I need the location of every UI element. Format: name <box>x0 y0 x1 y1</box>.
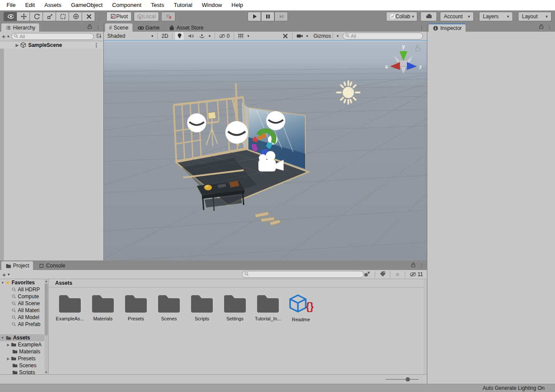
cloud-button[interactable] <box>420 12 437 21</box>
asset-breadcrumb[interactable]: Assets <box>49 279 427 287</box>
collapse-arrow-icon[interactable]: ▼ <box>1 281 4 285</box>
asset-item-tutorial-info[interactable]: Tutorial_In... <box>251 293 284 322</box>
light-gizmo-1[interactable] <box>187 113 206 132</box>
tree-item-scenes[interactable]: Scenes <box>0 362 48 369</box>
shading-mode-dropdown[interactable]: Shaded ▾ <box>106 32 155 40</box>
camera-settings-dropdown[interactable]: ▾ <box>295 32 310 40</box>
menu-file[interactable]: File <box>2 0 20 10</box>
assets-root-row[interactable]: ▼ Assets <box>0 334 48 341</box>
move-tool-button[interactable] <box>17 12 30 21</box>
favorites-header[interactable]: ▼ ★ Favorites <box>0 279 48 286</box>
asset-item-scenes[interactable]: Scenes <box>152 293 185 322</box>
rotate-tool-button[interactable] <box>30 12 43 21</box>
sort-icon[interactable] <box>96 33 102 40</box>
hidden-count-control[interactable]: 11 <box>410 271 423 277</box>
scene-search-input[interactable] <box>351 33 420 39</box>
tab-project[interactable]: Project <box>1 261 33 270</box>
favorite-item-all-materials[interactable]: All Materi <box>0 307 48 314</box>
scene-search[interactable] <box>343 33 423 40</box>
panel-menu-icon[interactable]: ⋮ <box>96 25 101 30</box>
panel-menu-icon[interactable]: ⋮ <box>547 25 552 30</box>
expand-arrow-icon[interactable]: ▶ <box>7 343 10 347</box>
thumbnail-zoom-slider[interactable] <box>386 379 419 380</box>
menu-edit[interactable]: Edit <box>20 0 40 10</box>
tree-item-presets[interactable]: ▶ Presets <box>0 355 48 362</box>
create-plus-button[interactable]: + <box>2 271 6 278</box>
menu-window[interactable]: Window <box>197 0 227 10</box>
scrollbar-thumb[interactable] <box>45 283 48 336</box>
transform-tool-button[interactable] <box>69 12 82 21</box>
favorite-item-all-hdrp[interactable]: All HDRP <box>0 286 48 293</box>
pause-button[interactable] <box>261 12 274 21</box>
lock-icon[interactable] <box>87 24 92 30</box>
tree-item-materials[interactable]: Materials <box>0 348 48 355</box>
menu-component[interactable]: Component <box>107 0 146 10</box>
step-button[interactable] <box>274 12 288 21</box>
favorite-item-all-models[interactable]: All Model <box>0 314 48 321</box>
rect-tool-button[interactable] <box>56 12 69 21</box>
favorites-star-icon[interactable]: ★ <box>395 271 400 278</box>
hidden-objects-control[interactable]: 0 <box>218 32 231 40</box>
lock-icon[interactable] <box>411 262 416 269</box>
scene-camera-tools-button[interactable] <box>281 32 290 40</box>
menu-help[interactable]: Help <box>227 0 248 10</box>
asset-item-scripts[interactable]: Scripts <box>185 293 218 322</box>
asset-item-exampleassets[interactable]: ExampleAs... <box>53 293 86 322</box>
local-toggle-button[interactable]: Local <box>134 12 159 21</box>
collab-dropdown[interactable]: Collab ▾ <box>386 12 417 21</box>
chevron-down-icon[interactable]: ▾ <box>7 34 10 39</box>
hierarchy-search[interactable] <box>11 33 94 40</box>
hierarchy-search-input[interactable] <box>20 34 91 39</box>
play-button[interactable] <box>248 12 261 21</box>
menu-gameobject[interactable]: GameObject <box>66 0 107 10</box>
pivot-toggle-button[interactable]: Pivot <box>106 12 132 21</box>
favorite-item-compute[interactable]: Compute <box>0 293 48 300</box>
asset-item-presets[interactable]: Presets <box>119 293 152 322</box>
tab-console[interactable]: Console <box>34 261 69 270</box>
create-plus-button[interactable]: + <box>2 33 6 40</box>
scene-audio-toggle[interactable] <box>186 32 195 40</box>
menu-assets[interactable]: Assets <box>40 0 66 10</box>
2d-toggle-button[interactable]: 2D <box>160 32 169 40</box>
project-search-input[interactable] <box>250 272 361 277</box>
grid-snap-button[interactable] <box>161 12 175 21</box>
search-by-label-icon[interactable] <box>380 271 386 278</box>
scene-viewport-canvas[interactable]: y x z Persp <box>104 42 427 260</box>
scroll-up-icon[interactable]: ▲ <box>44 280 48 283</box>
grid-scrollbar[interactable] <box>423 279 427 374</box>
tab-asset-store[interactable]: Asset Store <box>165 23 207 32</box>
scene-lighting-toggle[interactable] <box>175 32 184 40</box>
gizmos-dropdown[interactable]: Gizmos ▾ <box>312 32 340 40</box>
favorite-item-all-scene[interactable]: All Scene <box>0 300 48 307</box>
expand-arrow-icon[interactable]: ▶ <box>7 357 10 361</box>
panel-menu-icon[interactable]: ⋮ <box>419 25 424 30</box>
asset-item-materials[interactable]: Materials <box>86 293 119 322</box>
scene-menu-icon[interactable]: ⋮ <box>94 43 99 48</box>
tab-scene[interactable]: # Scene <box>105 23 132 32</box>
lock-icon[interactable] <box>539 24 544 30</box>
grid-visibility-dropdown[interactable]: ▾ <box>237 32 251 40</box>
scene-effects-dropdown[interactable]: ▾ <box>198 32 212 40</box>
asset-item-settings[interactable]: Settings <box>218 293 251 322</box>
tab-game[interactable]: Game <box>134 23 164 32</box>
layers-dropdown[interactable]: Layers ▾ <box>479 12 513 21</box>
asset-item-readme[interactable]: {} Readme <box>284 293 317 322</box>
light-gizmo-2[interactable] <box>225 121 248 144</box>
panel-menu-icon[interactable]: ⋮ <box>419 263 424 268</box>
tree-scrollbar[interactable]: ▲ ▼ <box>44 279 48 374</box>
scale-tool-button[interactable] <box>43 12 56 21</box>
custom-tool-button[interactable] <box>82 12 95 21</box>
view-tool-button[interactable] <box>3 12 17 21</box>
chevron-down-icon[interactable]: ▾ <box>8 272 10 277</box>
account-dropdown[interactable]: Account ▾ <box>440 12 474 21</box>
tree-item-scripts[interactable]: Scripts <box>0 369 48 374</box>
tree-item-exampleassets[interactable]: ▶ ExampleA <box>0 341 48 348</box>
scroll-down-icon[interactable]: ▼ <box>44 371 48 374</box>
directional-light-gizmo[interactable] <box>337 81 360 104</box>
light-gizmo-3[interactable] <box>266 111 285 130</box>
scene-root-row[interactable]: ▶ SampleScene ⋮ <box>0 41 103 49</box>
project-search[interactable] <box>242 271 364 278</box>
expand-arrow-icon[interactable]: ▶ <box>16 43 19 47</box>
collapse-arrow-icon[interactable]: ▼ <box>1 336 4 340</box>
slider-knob[interactable] <box>406 377 410 382</box>
